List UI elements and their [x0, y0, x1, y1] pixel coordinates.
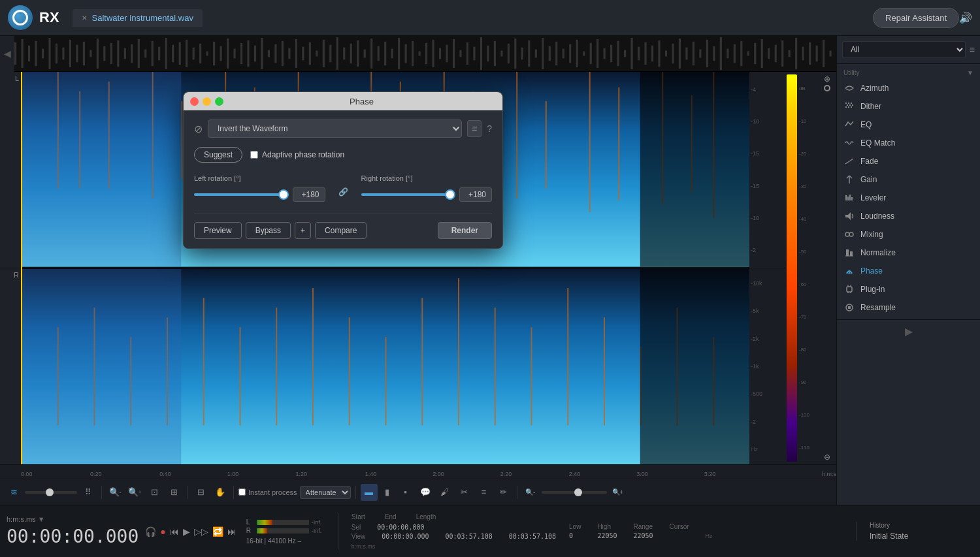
zoom-in-icon[interactable]: ⊕ — [824, 74, 830, 84]
preset-menu-icon[interactable]: ≡ — [467, 120, 482, 137]
dialog-minimize-btn[interactable] — [203, 97, 211, 106]
speech-icon[interactable]: 💬 — [417, 484, 434, 501]
left-rotation-slider[interactable] — [194, 193, 287, 196]
panel-more: ▶ — [837, 320, 980, 343]
panel-item-fade[interactable]: Fade — [837, 152, 980, 170]
spectrogram-icon[interactable]: ⠿ — [80, 484, 97, 501]
zoom-slider-thumb[interactable] — [46, 488, 54, 496]
play-loop-icon[interactable]: ▷▷ — [194, 526, 208, 537]
help-icon[interactable]: ? — [487, 123, 492, 134]
svg-rect-64 — [446, 45, 448, 63]
link-channels-icon[interactable]: 🔗 — [338, 187, 348, 197]
zoom-out-icon[interactable]: 🔍- — [106, 484, 123, 501]
repair-assistant-button[interactable]: Repair Assistant — [873, 8, 959, 28]
zoom-in-icon[interactable]: 🔍+ — [126, 484, 143, 501]
plus-button[interactable]: + — [295, 222, 311, 239]
db-scale-val: -10 — [751, 215, 759, 221]
left-rotation-value[interactable]: +180 — [293, 187, 325, 202]
svg-rect-8 — [62, 48, 64, 60]
svg-point-183 — [845, 232, 849, 236]
collapse-icon[interactable]: ◀ — [0, 36, 14, 72]
waveform-view-icon[interactable]: ≋ — [5, 484, 22, 501]
compare-button[interactable]: Compare — [315, 222, 367, 239]
playback-slider-thumb[interactable] — [574, 488, 582, 496]
panel-item-normalize[interactable]: Normalize — [837, 244, 980, 262]
dialog-close-btn[interactable] — [190, 97, 199, 106]
panel-item-azimuth[interactable]: Azimuth — [837, 79, 980, 97]
suggest-button[interactable]: Suggest — [194, 147, 242, 163]
file-tab[interactable]: ✕ Saltwater instrumental.wav — [73, 9, 203, 27]
panel-item-eq-match[interactable]: EQ Match — [837, 134, 980, 152]
zoom-out2-icon[interactable]: 🔍- — [522, 484, 539, 501]
leveler-icon — [843, 192, 855, 204]
right-rotation-slider[interactable] — [361, 193, 455, 196]
prev-icon[interactable]: ⏮ — [170, 526, 179, 537]
eq-match-label: EQ Match — [860, 138, 895, 148]
panel-item-plugin[interactable]: Plug-in — [837, 280, 980, 298]
mini-waveform-display[interactable] — [14, 36, 836, 71]
hand-tool-icon[interactable]: ✋ — [212, 484, 229, 501]
svg-rect-153 — [349, 317, 350, 425]
preview-button[interactable]: Preview — [194, 222, 242, 239]
time-mark: 3:00 — [636, 471, 648, 477]
null-icon[interactable]: ⊘ — [194, 123, 203, 135]
selection-icon[interactable]: ⊡ — [146, 484, 163, 501]
zoom-slider[interactable] — [25, 491, 77, 494]
dialog-maximize-btn[interactable] — [215, 97, 223, 106]
panel-filter-select[interactable]: All — [842, 41, 966, 58]
tab-close-icon[interactable]: ✕ — [82, 14, 87, 22]
panel-item-phase[interactable]: Phase — [837, 262, 980, 280]
meter-bar-r — [257, 528, 309, 533]
zoom-in2-icon[interactable]: 🔍+ — [610, 484, 627, 501]
resample-label: Resample — [860, 303, 896, 312]
svg-rect-97 — [672, 44, 674, 63]
freq-selection-icon[interactable]: ▮ — [379, 484, 396, 501]
loop-icon[interactable]: 🔁 — [212, 526, 223, 537]
play-icon[interactable]: ▶ — [183, 526, 190, 537]
instant-process-label: Instant process — [248, 488, 297, 496]
bypass-button[interactable]: Bypass — [246, 222, 291, 239]
panel-menu-icon[interactable]: ≡ — [970, 44, 975, 55]
panel-item-mixing[interactable]: Mixing — [837, 225, 980, 244]
box-selection-icon[interactable]: ▪ — [397, 484, 414, 501]
svg-rect-16 — [117, 40, 119, 67]
svg-rect-35 — [247, 40, 249, 67]
right-slider-thumb[interactable] — [445, 189, 455, 200]
preset-select[interactable]: Invert the Waveform — [208, 119, 462, 138]
panel-item-eq[interactable]: EQ — [837, 116, 980, 134]
record-icon[interactable]: ● — [160, 526, 165, 537]
channel-icon[interactable]: ≡ — [476, 484, 493, 501]
low-col: Low 0 — [569, 523, 581, 539]
panel-item-resample[interactable]: Resample — [837, 298, 980, 317]
svg-rect-102 — [706, 40, 708, 67]
zoom-fit2-icon[interactable]: ⊟ — [192, 484, 209, 501]
headphone-icon[interactable]: 🎧 — [145, 526, 156, 537]
next-icon[interactable]: ⏭ — [227, 526, 237, 537]
left-slider-thumb[interactable] — [278, 189, 289, 200]
playback-slider[interactable] — [542, 491, 607, 494]
instant-process-checkbox[interactable] — [238, 488, 246, 496]
scissors-icon[interactable]: ✂ — [456, 484, 473, 501]
zoom-fit-icon[interactable]: ⊞ — [165, 484, 182, 501]
pen-icon[interactable]: ✏ — [495, 484, 512, 501]
meter-row-r: R -Inf. — [246, 527, 325, 534]
phase-dialog[interactable]: Phase ⊘ Invert the Waveform ≡ ? Suggest … — [183, 91, 503, 249]
panel-item-loudness[interactable]: Loudness — [837, 207, 980, 225]
panel-item-leveler[interactable]: Leveler — [837, 189, 980, 207]
adaptive-phase-checkbox[interactable] — [250, 151, 258, 159]
attenuate-select[interactable]: Attenuate Keep Delete — [300, 486, 351, 499]
panel-more-icon[interactable]: ▶ — [905, 325, 913, 338]
panel-item-gain[interactable]: Gain — [837, 170, 980, 189]
svg-rect-94 — [651, 46, 653, 62]
time-selection-icon[interactable]: ▬ — [361, 484, 378, 501]
time-control: h:m:s.ms ▼ 00:00:00.000 — [7, 515, 139, 547]
zoom-out-icon[interactable]: ⊖ — [824, 453, 830, 462]
panel-item-dither[interactable]: Dither — [837, 97, 980, 116]
section-collapse-icon[interactable]: ▼ — [967, 69, 973, 76]
right-rotation-col: Right rotation [°] +180 — [361, 174, 493, 202]
brush-icon[interactable]: 🖌 — [436, 484, 453, 501]
right-rotation-value[interactable]: +180 — [459, 187, 492, 202]
svg-rect-19 — [138, 39, 140, 68]
right-rotation-label: Right rotation [°] — [361, 174, 493, 182]
render-button[interactable]: Render — [438, 222, 492, 239]
